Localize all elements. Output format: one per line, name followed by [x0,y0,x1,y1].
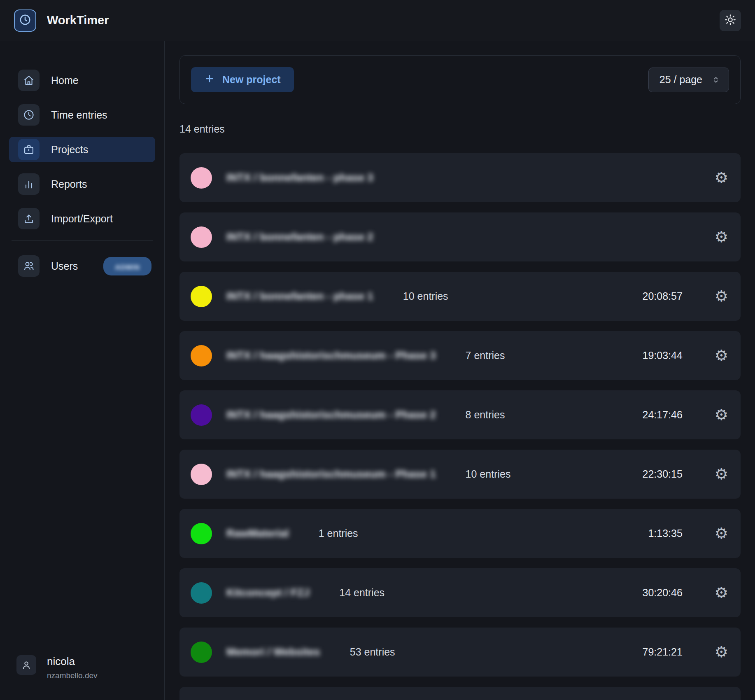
upload-icon [18,208,40,229]
project-total-time: 24:17:46 [643,409,683,421]
sidebar-item-label: Users [51,260,78,272]
top-bar: WorkTimer [0,0,755,41]
project-color-dot [191,582,212,604]
entries-count-label: 14 entries [179,123,741,135]
project-entries-count: 1 entries [319,527,358,539]
project-entries-count: 53 entries [350,646,395,658]
settings-gear-icon[interactable]: ⚙ [715,644,728,660]
sidebar-item-home[interactable]: Home [9,68,155,93]
sidebar-item-label: Home [51,75,79,86]
project-entries-count: 10 entries [403,290,448,302]
project-color-dot [191,286,212,307]
app-title: WorkTimer [47,14,109,27]
settings-gear-icon[interactable]: ⚙ [715,229,728,245]
project-row[interactable]: INTX / haagshistorischmuseum - Phase 1 1… [179,450,741,499]
project-color-dot [191,226,212,248]
project-row[interactable]: Kitconcept / FZJ 14 entries 30:20:46 ⚙ [179,568,741,617]
briefcase-icon [18,139,40,160]
user-name: nicola [47,655,98,668]
project-row[interactable]: INTX / bonnefanten - phase 3 ⚙ [179,153,741,202]
project-row[interactable]: INTX / bonnefanten - phase 1 10 entries … [179,272,741,321]
project-name: Kitconcept / FZJ [226,586,310,599]
projects-list: INTX / bonnefanten - phase 3 ⚙ INTX / bo… [179,153,741,700]
settings-gear-icon[interactable]: ⚙ [715,348,728,363]
sidebar-item-import-export[interactable]: Import/Export [9,206,155,231]
settings-gear-icon[interactable]: ⚙ [715,170,728,185]
clock-icon [18,104,40,126]
app-logo [14,9,36,32]
projects-toolbar: New project 25 / page [179,55,741,104]
project-entries-count: 7 entries [466,350,505,362]
project-name: INTX / bonnefanten - phase 3 [226,171,373,184]
sidebar-item-projects[interactable]: Projects [9,137,155,162]
home-icon [18,70,40,91]
sidebar-item-label: Time entries [51,109,107,121]
project-total-time: 19:03:44 [643,350,683,362]
admin-badge: ADMIN [103,257,151,275]
sidebar-item-label: Projects [51,144,88,156]
page-size-select[interactable]: 25 / page [648,68,729,92]
sidebar-item-time-entries[interactable]: Time entries [9,102,155,128]
project-color-dot [191,167,212,189]
project-color-dot [191,464,212,485]
plus-icon [204,73,215,86]
sidebar-item-label: Reports [51,178,87,190]
project-name: INTX / haagshistorischmuseum - Phase 1 [226,468,436,481]
project-name: RawMaterial [226,527,289,540]
project-color-dot [191,523,212,544]
clock-logo-icon [19,14,31,28]
sidebar-item-label: Import/Export [51,213,113,225]
project-color-dot [191,345,212,366]
settings-gear-icon[interactable]: ⚙ [715,407,728,422]
project-row[interactable]: RawMaterial 1 entries 1:13:35 ⚙ [179,509,741,558]
project-total-time: 79:21:21 [643,646,683,658]
settings-gear-icon[interactable]: ⚙ [715,467,728,482]
current-user[interactable]: nicola nzambello.dev [16,655,98,680]
sidebar: Home Time entries Projects Reports Impor [0,41,165,700]
project-row[interactable]: INTX / bonnefanten - phase 2 ⚙ [179,212,741,261]
sun-icon [725,14,736,27]
project-total-time: 30:20:46 [643,587,683,599]
sidebar-divider [12,240,153,241]
bar-chart-icon [18,173,40,195]
project-total-time: 1:13:35 [648,527,682,539]
user-domain: nzambello.dev [47,671,98,680]
project-name: INTX / haagshistorischmuseum - Phase 2 [226,408,436,421]
project-name: INTX / bonnefanten - phase 2 [226,231,373,243]
project-row[interactable]: INTX / haagshistorischmuseum - Phase 2 8… [179,390,741,439]
project-row[interactable] [179,687,741,700]
project-color-dot [191,642,212,663]
project-entries-count: 10 entries [466,468,511,480]
sidebar-item-reports[interactable]: Reports [9,171,155,197]
user-avatar-icon [16,655,36,675]
main-content: New project 25 / page 14 entries INTX / … [165,41,755,700]
sidebar-item-users[interactable]: Users ADMIN [9,253,155,279]
project-name: INTX / haagshistorischmuseum - Phase 3 [226,349,436,362]
project-total-time: 22:30:15 [643,468,683,480]
project-name: Memori / Websites [226,646,320,658]
settings-gear-icon[interactable]: ⚙ [715,526,728,541]
users-icon [18,255,40,277]
project-entries-count: 14 entries [339,587,384,599]
project-row[interactable]: INTX / haagshistorischmuseum - Phase 3 7… [179,331,741,380]
project-entries-count: 8 entries [466,409,505,421]
project-total-time: 20:08:57 [643,290,683,302]
settings-gear-icon[interactable]: ⚙ [715,585,728,600]
project-color-dot [191,404,212,426]
chevron-up-down-icon [711,75,720,84]
project-name: INTX / bonnefanten - phase 1 [226,290,373,303]
project-row[interactable]: Memori / Websites 53 entries 79:21:21 ⚙ [179,628,741,677]
settings-gear-icon[interactable]: ⚙ [715,289,728,304]
new-project-button[interactable]: New project [191,67,294,92]
theme-toggle-button[interactable] [720,10,741,31]
